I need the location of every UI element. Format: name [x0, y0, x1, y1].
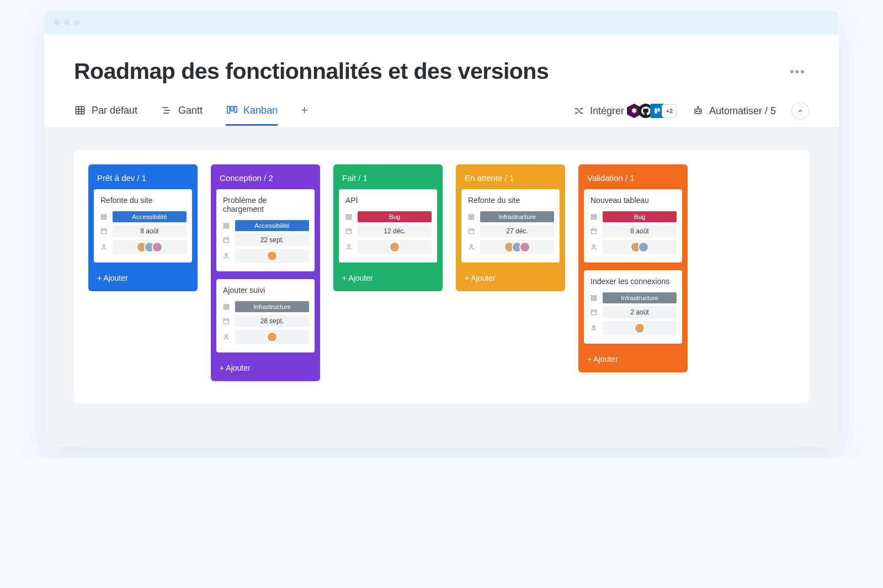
card-title: Ajouter suivi: [222, 285, 309, 297]
svg-point-25: [103, 245, 105, 247]
user-icon: [589, 243, 598, 251]
svg-rect-68: [591, 300, 596, 301]
user-icon: [589, 324, 598, 332]
more-options-button[interactable]: •••: [790, 65, 809, 79]
avatar: [638, 242, 649, 253]
kanban-column-pret: Prêt à dev / 1Refonte du siteAccessibili…: [88, 164, 198, 291]
kanban-card[interactable]: Nouveau tableauBug8 août: [584, 189, 682, 263]
kanban-column-conception: Conception / 2Problème de chargementAcce…: [211, 164, 320, 381]
svg-rect-0: [76, 106, 84, 114]
svg-rect-8: [227, 106, 230, 114]
page-title: Roadmap des fonctionnalités et des versi…: [74, 58, 549, 84]
tab-kanban[interactable]: Kanban: [226, 104, 278, 126]
svg-rect-52: [469, 218, 474, 220]
avatar: [519, 242, 530, 253]
integrations-more-badge[interactable]: +2: [662, 104, 677, 117]
add-view-button[interactable]: +: [301, 103, 308, 127]
svg-rect-44: [346, 218, 351, 220]
card-title: Nouveau tableau: [589, 195, 677, 207]
date-cell: 28 sept.: [235, 315, 309, 327]
shuffle-icon: [573, 105, 584, 116]
svg-rect-21: [101, 229, 106, 234]
calendar-icon: [589, 308, 598, 316]
svg-rect-66: [591, 296, 596, 297]
user-icon: [99, 243, 108, 251]
list-icon: [589, 213, 598, 221]
avatar: [389, 242, 400, 253]
date-cell: 8 août: [603, 225, 677, 237]
svg-point-33: [225, 254, 227, 256]
card-title: Refonte du site: [467, 195, 554, 207]
column-header: Fait / 1: [339, 171, 437, 189]
tag-pill: Infrastructure: [235, 301, 309, 312]
user-icon: [344, 243, 353, 251]
tag-pill: Infrastructure: [603, 292, 677, 303]
add-card-button[interactable]: + Ajouter: [461, 270, 560, 284]
add-card-button[interactable]: + Ajouter: [339, 270, 437, 284]
svg-rect-67: [591, 297, 596, 298]
window-dot: [54, 20, 60, 25]
assignees: [113, 240, 187, 254]
svg-rect-61: [591, 229, 596, 234]
date-cell: 8 août: [113, 225, 187, 237]
tab-label: Par défaut: [92, 105, 137, 116]
kanban-card[interactable]: Refonte du siteInfrastructure27 déc.: [461, 189, 560, 263]
svg-rect-43: [346, 216, 351, 217]
user-icon: [222, 252, 231, 260]
add-card-button[interactable]: + Ajouter: [94, 270, 192, 284]
kanban-column-validation: Validation / 1Nouveau tableauBug8 aoûtIn…: [578, 164, 688, 372]
kanban-card[interactable]: Refonte du siteAccessibilité8 août: [94, 189, 192, 263]
automate-label: Automatiser / 5: [709, 105, 776, 117]
integration-icons: ✱ +2: [630, 104, 677, 118]
user-icon: [222, 333, 231, 341]
kanban-board: Prêt à dev / 1Refonte du siteAccessibili…: [74, 150, 809, 403]
list-icon: [589, 294, 598, 302]
calendar-icon: [222, 317, 231, 325]
svg-point-49: [348, 245, 350, 247]
calendar-icon: [467, 227, 476, 235]
card-title: API: [344, 195, 432, 207]
list-icon: [467, 213, 476, 221]
svg-point-14: [696, 111, 698, 112]
card-title: Indexer les connexions: [589, 276, 677, 288]
kanban-card[interactable]: Indexer les connexionsInfrastructure2 ao…: [584, 270, 682, 344]
integrate-group[interactable]: Intégrer ✱ +2: [573, 104, 677, 118]
card-title: Refonte du site: [99, 195, 187, 207]
svg-rect-27: [224, 225, 228, 226]
tag-pill: Accessibilité: [113, 211, 187, 222]
window-dot: [64, 20, 70, 25]
avatar: [267, 332, 278, 343]
add-card-button[interactable]: + Ajouter: [584, 351, 682, 365]
tab-gantt[interactable]: Gantt: [161, 104, 203, 126]
automate-group[interactable]: Automatiser / 5: [693, 105, 776, 117]
column-header: Prêt à dev / 1: [94, 171, 192, 189]
window-title-bar: [44, 11, 839, 34]
column-header: Conception / 2: [216, 171, 315, 189]
svg-rect-13: [695, 109, 701, 114]
kanban-card[interactable]: APIBug12 déc.: [339, 189, 437, 263]
tab-default[interactable]: Par défaut: [74, 104, 137, 126]
svg-rect-35: [224, 306, 228, 307]
column-header: En attente / 1: [461, 171, 560, 189]
tab-label: Gantt: [178, 105, 203, 116]
kanban-card[interactable]: Ajouter suiviInfrastructure28 sept.: [216, 279, 315, 352]
svg-rect-42: [346, 215, 351, 216]
user-icon: [467, 243, 476, 251]
svg-rect-29: [224, 238, 228, 243]
svg-rect-18: [101, 215, 106, 216]
svg-point-41: [225, 335, 227, 337]
add-card-button[interactable]: + Ajouter: [216, 360, 315, 373]
svg-rect-28: [224, 227, 228, 228]
tag-pill: Infrastructure: [480, 211, 554, 222]
calendar-icon: [99, 227, 108, 235]
svg-rect-58: [591, 215, 596, 216]
svg-point-73: [593, 326, 595, 328]
kanban-column-fait: Fait / 1APIBug12 déc.+ Ajouter: [333, 164, 443, 291]
svg-rect-37: [224, 319, 228, 324]
svg-rect-59: [591, 216, 596, 217]
svg-point-57: [470, 245, 472, 247]
assignees: [235, 330, 309, 344]
svg-rect-69: [591, 311, 596, 315]
collapse-toolbar-button[interactable]: [791, 102, 809, 120]
kanban-card[interactable]: Problème de chargementAccessibilité22 se…: [216, 189, 315, 271]
